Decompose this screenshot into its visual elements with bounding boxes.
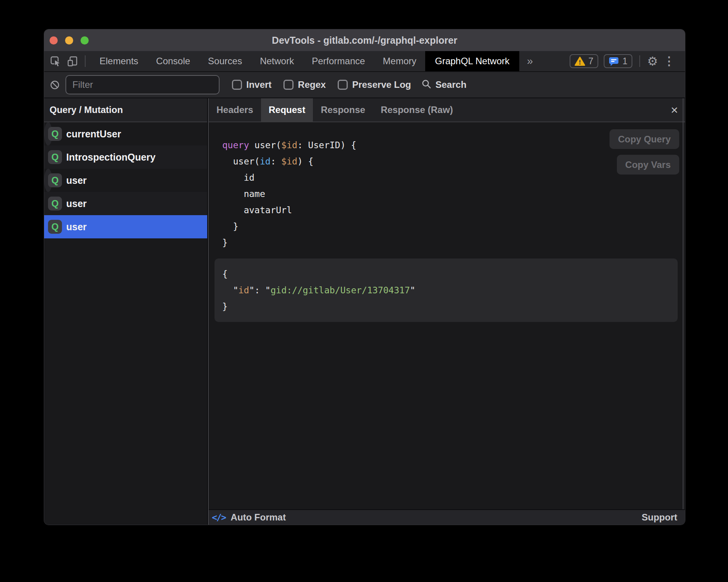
invert-checkbox[interactable] [232,80,242,90]
badge-separator [639,55,640,67]
toolbar-separator [85,55,86,67]
toolbar-right: 7 1 ⚙ ⋮ [570,54,675,68]
detail-tab-response-raw[interactable]: Response (Raw) [373,98,461,122]
inspect-element-icon[interactable] [50,56,61,67]
traffic-lights [50,29,89,51]
detail-panel: HeadersRequestResponseResponse (Raw) × q… [209,98,685,525]
invert-label: Invert [246,79,271,90]
minimize-window-button[interactable] [65,36,73,45]
code-line: { [222,266,670,282]
scrollbar-track[interactable] [683,98,683,509]
sidebar: Query / Mutation QcurrentUserQIntrospect… [44,98,208,525]
filter-bar: InvertRegexPreserve Log Search [44,72,685,98]
warning-count: 7 [589,56,594,67]
code-line: } [222,298,670,315]
search-icon [421,79,431,91]
device-toolbar-icon[interactable] [67,56,78,67]
screen: DevTools - gitlab.com/-/graphql-explorer [0,0,728,582]
code-line: avatarUrl [222,202,685,218]
query-list-item-currentuser-0[interactable]: QcurrentUser [44,122,52,146]
toolbar-tab-memory[interactable]: Memory [374,51,426,71]
request-content: query user($id: UserID) { user(id: $id) … [209,122,685,509]
menu-kebab-icon[interactable]: ⋮ [663,55,675,67]
code-line: user(id: $id) { [222,153,685,169]
more-panels-icon[interactable]: » [527,56,533,67]
detail-tab-request[interactable]: Request [261,98,313,122]
search-label: Search [435,79,466,90]
code-line: name [222,186,685,202]
message-icon [609,56,619,66]
devtools-window: DevTools - gitlab.com/-/graphql-explorer [44,29,685,525]
query-item-label: IntrospectionQuery [66,152,156,163]
toolbar-tab-console[interactable]: Console [147,51,199,71]
toolbar-tab-elements[interactable]: Elements [91,51,147,71]
titlebar: DevTools - gitlab.com/-/graphql-explorer [44,29,685,51]
clear-icon[interactable] [50,80,60,90]
detail-tab-response[interactable]: Response [313,98,373,122]
code-line: } [222,218,685,235]
sidebar-header: Query / Mutation [44,98,207,122]
warnings-badge[interactable]: 7 [570,54,599,68]
query-list: QcurrentUserQIntrospectionQueryQuserQuse… [44,122,207,525]
detail-tabs: HeadersRequestResponseResponse (Raw) × [209,98,685,122]
detail-tab-headers[interactable]: Headers [209,98,261,122]
search-toggle[interactable]: Search [421,79,466,91]
query-item-label: user [66,175,87,186]
query-list-item-user-4[interactable]: Quser [44,215,207,238]
message-count: 1 [622,56,627,67]
regex-label: Regex [298,79,326,90]
filter-options: InvertRegexPreserve Log [232,79,411,90]
toolbar-left-icons [50,56,78,67]
filter-option-regex[interactable]: Regex [283,79,326,90]
toolbar-tab-sources[interactable]: Sources [199,51,251,71]
warning-icon [575,56,585,66]
variables-box: { "id": "gid://gitlab/User/13704317"} [215,258,678,322]
copy-query-button[interactable]: Copy Query [610,129,679,149]
detail-tabs-list: HeadersRequestResponseResponse (Raw) [209,98,461,122]
query-item-label: currentUser [66,128,121,140]
query-badge-icon: Q [48,197,62,211]
query-list-item-introspectionquery-1[interactable]: QIntrospectionQuery [44,146,207,169]
query-badge-icon: Q [48,220,62,234]
issues-badge[interactable]: 1 [604,54,632,68]
auto-format-button[interactable]: </> Auto Format [212,512,286,523]
preserve-log-label: Preserve Log [352,79,411,90]
copy-vars-button[interactable]: Copy Vars [617,155,679,175]
query-item-label: user [66,221,87,233]
window-title: DevTools - gitlab.com/-/graphql-explorer [272,35,457,46]
close-panel-icon[interactable]: × [671,104,678,116]
devtools-toolbar: ElementsConsoleSourcesNetworkPerformance… [44,51,685,72]
close-window-button[interactable] [50,36,58,45]
toolbar-tab-network[interactable]: Network [251,51,303,71]
preserve-log-checkbox[interactable] [338,80,348,90]
code-line: "id": "gid://gitlab/User/13704317" [222,282,670,298]
query-badge-icon: Q [48,150,62,164]
code-format-icon: </> [212,512,226,522]
filter-option-preserve-log[interactable]: Preserve Log [338,79,411,90]
panel-body: Query / Mutation QcurrentUserQIntrospect… [44,98,685,525]
support-link[interactable]: Support [642,512,677,523]
filter-option-invert[interactable]: Invert [232,79,271,90]
query-badge-icon: Q [48,127,62,141]
regex-checkbox[interactable] [283,80,294,90]
toolbar-tabs: ElementsConsoleSourcesNetworkPerformance… [91,51,519,71]
toolbar-tab-graphql-network[interactable]: GraphQL Network [425,51,519,71]
zoom-window-button[interactable] [81,36,89,45]
query-item-label: user [66,198,87,209]
code-line: id [222,169,685,186]
settings-gear-icon[interactable]: ⚙ [647,55,658,67]
detail-footer: </> Auto Format Support [209,509,685,525]
query-list-item-user-2[interactable]: Quser [44,169,52,192]
auto-format-label: Auto Format [231,512,286,523]
code-line: } [222,235,685,251]
filter-input[interactable] [65,75,220,94]
query-badge-icon: Q [48,173,62,187]
query-list-item-user-3[interactable]: Quser [44,192,207,215]
toolbar-tab-performance[interactable]: Performance [303,51,374,71]
